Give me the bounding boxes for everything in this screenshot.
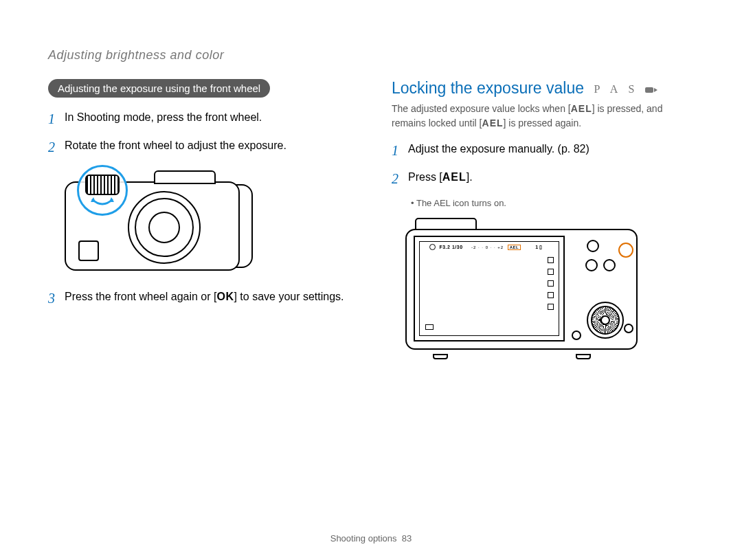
ok-key-icon: OK xyxy=(216,291,234,302)
step-1: 1 In Shooting mode, press the front whee… xyxy=(48,110,350,128)
step-number: 1 xyxy=(48,110,58,128)
camera-front-illustration xyxy=(65,166,250,273)
step-text-part: Press the front wheel again or [ xyxy=(65,291,216,302)
camera-foot xyxy=(576,354,591,359)
step-2: 2 Press [AEL]. xyxy=(392,170,694,188)
step-text: In Shooting mode, press the front wheel. xyxy=(65,110,350,128)
left-column: Adjusting the exposure using the front w… xyxy=(48,79,350,355)
camera-back-illustration: F3.2 1/30 -2 · · 0 · · +2 AEL 1 ▯ xyxy=(405,218,639,355)
movie-mode-icon xyxy=(645,86,657,94)
section-pill: Adjusting the exposure using the front w… xyxy=(48,79,270,98)
step-3: 3 Press the front wheel again or [OK] to… xyxy=(48,289,350,308)
step-text-part: Press [ xyxy=(408,171,442,183)
control-dial xyxy=(587,302,624,339)
footer-section: Shooting options xyxy=(330,533,397,544)
ael-label: AEL xyxy=(482,117,504,128)
overlay-icon xyxy=(548,304,554,310)
step-text-part: ] to save your settings. xyxy=(234,291,344,302)
rear-button-small xyxy=(624,324,633,333)
step-text: Press [AEL]. xyxy=(408,170,694,188)
step-number: 1 xyxy=(392,142,401,160)
subtext-part: The adjusted exposure value locks when [ xyxy=(392,103,571,114)
rear-button xyxy=(587,240,599,252)
right-column: Locking the exposure value P A S The adj… xyxy=(392,79,694,355)
overlay-icon xyxy=(548,257,554,263)
memory-icon: ▯ xyxy=(539,245,542,249)
rear-button xyxy=(585,259,598,271)
frame-count: 1 ▯ xyxy=(535,245,542,250)
step-text: Adjust the exposure manually. (p. 82) xyxy=(408,142,694,160)
step-1: 1 Adjust the exposure manually. (p. 82) xyxy=(392,142,694,160)
overlay-icon xyxy=(548,280,554,287)
mode-indicators: P A S xyxy=(594,83,657,95)
step-text: Rotate the front wheel to adjust the exp… xyxy=(65,138,350,157)
step-number: 3 xyxy=(48,289,58,308)
footer-page: 83 xyxy=(402,533,412,544)
step-number: 2 xyxy=(48,138,58,157)
battery-icon xyxy=(425,324,434,330)
aperture-shutter: F3.2 1/30 xyxy=(439,245,462,249)
step-text-part: ]. xyxy=(466,171,473,183)
subtext-part: ] is pressed again. xyxy=(504,117,582,128)
section-heading: Locking the exposure value P A S xyxy=(392,79,694,98)
mode-letters: P A S xyxy=(594,83,638,95)
bullet-note: The AEL icon turns on. xyxy=(411,198,694,208)
ael-button-highlight xyxy=(618,243,633,258)
right-overlay-icons xyxy=(548,257,554,310)
lcd-screen: F3.2 1/30 -2 · · 0 · · +2 AEL 1 ▯ xyxy=(414,236,565,341)
camera-foot xyxy=(433,354,448,359)
section-subtext: The adjusted exposure value locks when [… xyxy=(392,102,694,131)
heading-text: Locking the exposure value xyxy=(392,79,584,97)
rear-button xyxy=(603,259,616,271)
ael-label: AEL xyxy=(442,171,466,183)
mode-icon xyxy=(429,244,436,250)
status-bar: F3.2 1/30 -2 · · 0 · · +2 AEL xyxy=(429,245,523,251)
step-text: Press the front wheel again or [OK] to s… xyxy=(65,289,350,308)
step-number: 2 xyxy=(392,170,401,188)
step-2: 2 Rotate the front wheel to adjust the e… xyxy=(48,138,350,157)
page-footer: Shooting options 83 xyxy=(0,533,742,544)
ael-label: AEL xyxy=(571,103,592,114)
rotate-arrow-icon xyxy=(89,197,115,206)
ev-scale-icon: -2 · · 0 · · +2 xyxy=(471,245,504,249)
front-wheel-icon xyxy=(85,175,120,195)
breadcrumb: Adjusting brightness and color xyxy=(48,48,694,63)
ael-badge-icon: AEL xyxy=(508,245,521,250)
overlay-icon xyxy=(548,292,554,298)
overlay-icon xyxy=(548,269,554,275)
rear-button-small xyxy=(572,331,581,340)
